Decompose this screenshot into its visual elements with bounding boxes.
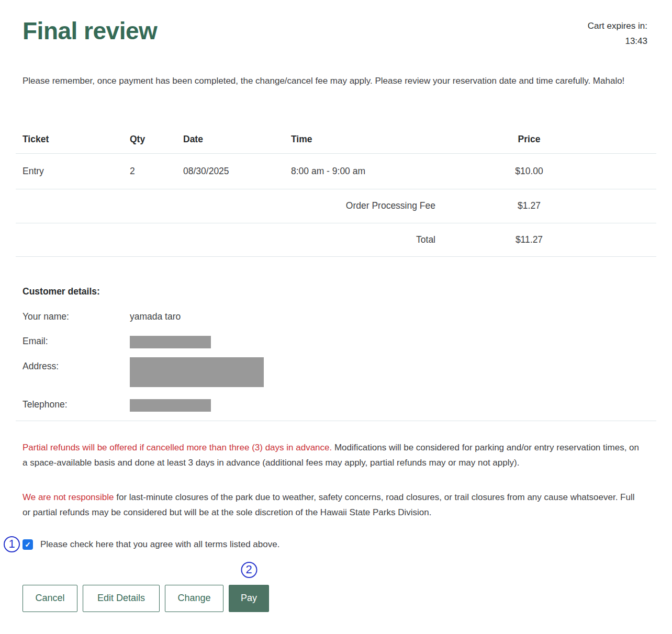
column-header-qty: Qty <box>130 134 183 145</box>
cart-expiry-label: Cart expires in: <box>588 18 647 33</box>
action-buttons: Cancel Edit Details Change 2 Pay <box>23 585 656 612</box>
customer-address-row: Address: <box>23 357 656 387</box>
cart-expiry-countdown: 13:43 <box>588 33 647 49</box>
agree-terms-row: 1 ✓ Please check here that you agree wit… <box>23 539 656 550</box>
customer-email-row: Email: <box>23 336 656 348</box>
column-header-time: Time <box>291 134 435 145</box>
section-divider <box>16 421 656 421</box>
total-label: Total <box>291 234 435 245</box>
change-button[interactable]: Change <box>165 585 223 612</box>
address-label: Address: <box>23 357 130 372</box>
cell-time: 8:00 am - 9:00 am <box>291 166 435 177</box>
final-review-page: Final review Cart expires in: 13:43 Plea… <box>0 0 672 634</box>
agree-terms-label: Please check here that you agree with al… <box>40 539 279 550</box>
table-row: Entry 2 08/30/2025 8:00 am - 9:00 am $10… <box>16 154 656 189</box>
email-label: Email: <box>23 336 130 347</box>
processing-fee-row: Order Processing Fee $1.27 <box>16 189 656 223</box>
responsibility-highlight: We are not responsible <box>23 492 114 502</box>
customer-telephone-row: Telephone: <box>23 399 656 412</box>
customer-details-heading: Customer details: <box>23 286 656 297</box>
annotation-step-2: 2 <box>241 562 257 578</box>
responsibility-paragraph: We are not responsible for last-minute c… <box>23 490 640 520</box>
total-value: $11.27 <box>435 234 623 245</box>
cell-qty: 2 <box>130 166 183 177</box>
cell-ticket: Entry <box>16 166 130 177</box>
telephone-redacted-value <box>130 399 211 412</box>
name-value: yamada taro <box>130 311 656 322</box>
address-redacted-value <box>130 357 264 387</box>
agree-terms-checkbox[interactable]: ✓ <box>23 539 33 550</box>
processing-fee-label: Order Processing Fee <box>291 200 435 211</box>
customer-details-section: Customer details: Your name: yamada taro… <box>23 286 656 412</box>
total-row: Total $11.27 <box>16 223 656 257</box>
pay-button-wrapper: 2 Pay <box>229 585 269 612</box>
column-header-date: Date <box>183 134 291 145</box>
name-label: Your name: <box>23 311 130 322</box>
cell-price: $10.00 <box>435 166 623 177</box>
intro-text: Please remember, once payment has been c… <box>23 73 635 89</box>
refund-policy-highlight: Partial refunds will be offered if cance… <box>23 443 332 452</box>
order-table: Ticket Qty Date Time Price Entry 2 08/30… <box>16 126 656 257</box>
telephone-label: Telephone: <box>23 399 130 410</box>
edit-details-button[interactable]: Edit Details <box>83 585 160 612</box>
annotation-step-1: 1 <box>4 536 20 552</box>
cart-expiry: Cart expires in: 13:43 <box>588 16 656 49</box>
order-table-header: Ticket Qty Date Time Price <box>16 126 656 154</box>
pay-button[interactable]: Pay <box>229 585 269 612</box>
page-header: Final review Cart expires in: 13:43 <box>16 0 656 49</box>
page-title: Final review <box>23 16 157 47</box>
cell-date: 08/30/2025 <box>183 166 291 177</box>
column-header-price: Price <box>435 134 623 145</box>
email-redacted-value <box>130 336 211 348</box>
refund-policy-paragraph: Partial refunds will be offered if cance… <box>23 440 640 471</box>
column-header-ticket: Ticket <box>16 134 130 145</box>
customer-name-row: Your name: yamada taro <box>23 311 656 322</box>
processing-fee-value: $1.27 <box>435 200 623 211</box>
cancel-button[interactable]: Cancel <box>23 585 77 612</box>
